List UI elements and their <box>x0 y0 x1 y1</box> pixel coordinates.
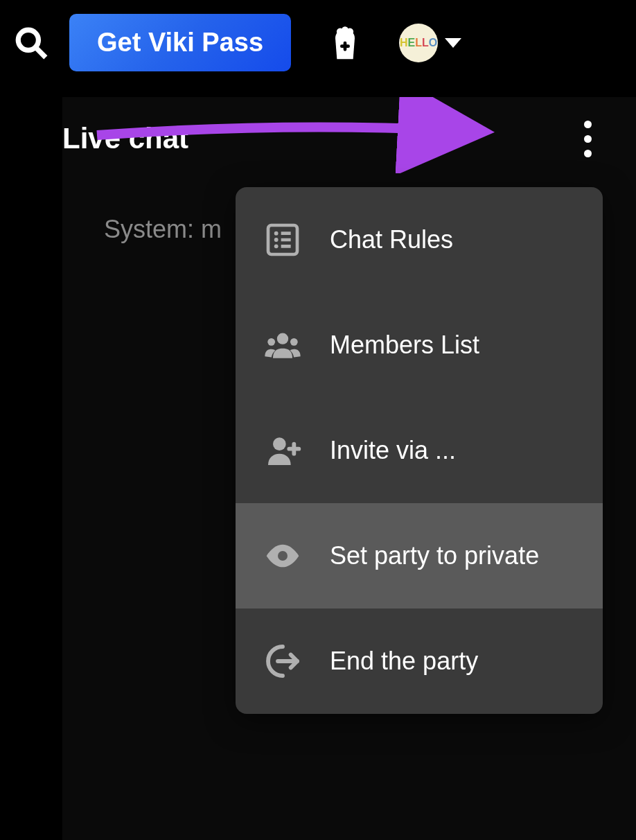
svg-point-4 <box>346 28 353 35</box>
menu-label: Members List <box>330 331 479 360</box>
list-icon <box>263 220 302 259</box>
chat-header: Live chat <box>62 97 636 180</box>
avatar-dropdown[interactable]: HELLO <box>399 24 461 62</box>
popcorn-icon[interactable] <box>326 24 364 62</box>
person-add-icon <box>263 431 302 470</box>
eye-icon <box>263 536 302 575</box>
svg-point-16 <box>278 551 288 561</box>
chevron-down-icon <box>445 38 461 48</box>
svg-line-1 <box>36 48 46 58</box>
menu-label: Invite via ... <box>330 436 456 465</box>
menu-label: End the party <box>330 647 478 676</box>
chat-title: Live chat <box>62 122 188 155</box>
exit-icon <box>263 642 302 681</box>
get-viki-pass-button[interactable]: Get Viki Pass <box>69 14 291 71</box>
kebab-menu-button[interactable] <box>574 118 601 159</box>
svg-point-0 <box>18 30 38 50</box>
menu-label: Chat Rules <box>330 225 453 254</box>
menu-item-set-private[interactable]: Set party to private <box>236 503 603 609</box>
svg-point-15 <box>273 437 286 450</box>
menu-label: Set party to private <box>330 541 539 570</box>
menu-item-chat-rules[interactable]: Chat Rules <box>236 187 603 292</box>
menu-item-invite[interactable]: Invite via ... <box>236 398 603 503</box>
avatar: HELLO <box>399 24 438 62</box>
search-icon[interactable] <box>14 26 48 60</box>
members-icon <box>263 326 302 365</box>
svg-point-14 <box>290 338 298 346</box>
menu-item-end-party[interactable]: End the party <box>236 609 603 714</box>
svg-point-13 <box>267 338 275 346</box>
svg-point-12 <box>277 333 288 344</box>
menu-item-members-list[interactable]: Members List <box>236 292 603 398</box>
chat-options-menu: Chat Rules Members List Invite via ... <box>236 187 603 714</box>
topbar: Get Viki Pass HELLO <box>0 0 636 85</box>
